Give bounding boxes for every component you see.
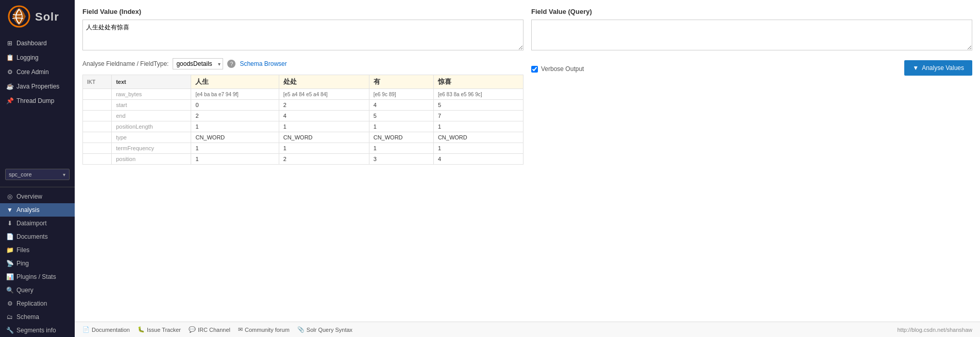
cell-raw-bytes-1: [e5 a4 84 e5 a4 84] (279, 89, 369, 100)
footer-links: 📄 Documentation 🐛 Issue Tracker 💬 IRC Ch… (82, 326, 352, 333)
sidebar-item-label: Analysis (16, 206, 40, 214)
sidebar-item-label: Java Properties (16, 83, 59, 90)
sidebar-item-logging[interactable]: 📋 Logging (0, 50, 75, 65)
sidebar-item-label: Files (16, 246, 29, 254)
col-header-text: text (112, 75, 191, 89)
dashboard-icon: ⊞ (6, 40, 13, 47)
sidebar-item-java-properties[interactable]: ☕ Java Properties (0, 79, 75, 94)
app-name: Solr (35, 10, 59, 24)
issue-tracker-label: Issue Tracker (147, 327, 181, 333)
sidebar-item-thread-dump[interactable]: 📌 Thread Dump (0, 94, 75, 108)
analyse-values-button[interactable]: ▼ Analyse Values (904, 60, 972, 76)
table-row: raw_bytes [e4 ba ba e7 94 9f] [e5 a4 84 … (83, 89, 523, 100)
col-header-ikt: IKT (83, 75, 112, 89)
solr-query-syntax-link[interactable]: 📎 Solr Query Syntax (297, 326, 352, 333)
sidebar-item-schema[interactable]: 🗂 Schema (0, 310, 75, 324)
col-header-you: 有 (369, 75, 433, 89)
cell-type-3: CN_WORD (433, 132, 523, 143)
table-row: termFrequency 1 1 1 1 (83, 143, 523, 154)
sidebar-item-analysis[interactable]: ▼ Analysis (0, 203, 75, 217)
sidebar-item-dashboard[interactable]: ⊞ Dashboard (0, 36, 75, 50)
table-row: type CN_WORD CN_WORD CN_WORD CN_WORD (83, 132, 523, 143)
cell-end-2: 5 (369, 111, 433, 121)
fieldtype-select-wrap: goodsDetails (173, 58, 223, 69)
row-ikt (83, 89, 112, 100)
cell-tf-2: 1 (369, 143, 433, 154)
community-forum-label: Community forum (245, 327, 290, 333)
row-label-term-frequency: termFrequency (112, 143, 191, 154)
irc-channel-icon: 💬 (189, 326, 196, 333)
cell-pos-2: 3 (369, 154, 433, 165)
sidebar-item-query[interactable]: 🔍 Query (0, 283, 75, 297)
col-header-rensheng: 人生 (191, 75, 279, 89)
sidebar-item-replication[interactable]: ⚙ Replication (0, 297, 75, 310)
cell-poslen-0: 1 (191, 121, 279, 132)
sidebar-sub-menu: ◎ Overview ▼ Analysis ⬇ Dataimport 📄 Doc… (0, 190, 75, 337)
sidebar-item-label: Documents (16, 233, 48, 240)
sidebar-item-documents[interactable]: 📄 Documents (0, 230, 75, 243)
sidebar-top-menu: ⊞ Dashboard 📋 Logging ⚙ Core Admin ☕ Jav… (0, 33, 75, 165)
sidebar-item-files[interactable]: 📁 Files (0, 243, 75, 257)
sidebar-item-label: Overview (16, 193, 42, 200)
analysis-table: IKT text 人生 处处 有 惊喜 raw_bytes (82, 75, 523, 165)
logging-icon: 📋 (6, 54, 13, 61)
sidebar-item-label: Thread Dump (16, 97, 54, 104)
sidebar-item-core-admin[interactable]: ⚙ Core Admin (0, 65, 75, 79)
cell-tf-1: 1 (279, 143, 369, 154)
schema-browser-link[interactable]: Schema Browser (240, 60, 286, 67)
cell-pos-1: 2 (279, 154, 369, 165)
analysis-icon: ▼ (6, 206, 13, 214)
replication-icon: ⚙ (6, 300, 13, 307)
documentation-icon: 📄 (82, 326, 90, 333)
cell-raw-bytes-0: [e4 ba ba e7 94 9f] (191, 89, 279, 100)
cell-pos-0: 1 (191, 154, 279, 165)
community-forum-icon: ✉ (238, 326, 243, 333)
sidebar-item-label: Ping (16, 260, 29, 267)
cell-raw-bytes-2: [e6 9c 89] (369, 89, 433, 100)
table-row: positionLength 1 1 1 1 (83, 121, 523, 132)
documentation-link[interactable]: 📄 Documentation (82, 326, 130, 333)
community-forum-link[interactable]: ✉ Community forum (238, 326, 290, 333)
cell-raw-bytes-3: [e6 83 8a e5 96 9c] (433, 89, 523, 100)
sidebar-item-segments-info[interactable]: 🔧 Segments info (0, 324, 75, 337)
cell-poslen-1: 1 (279, 121, 369, 132)
sidebar-item-dataimport[interactable]: ⬇ Dataimport (0, 217, 75, 230)
left-panel: Field Value (Index) 人生处处有惊喜 Analyse Fiel… (82, 8, 523, 314)
fieldname-label: Analyse Fieldname / FieldType: (82, 60, 168, 67)
issue-tracker-icon: 🐛 (138, 326, 145, 333)
row-label-end: end (112, 111, 191, 121)
row-ikt (83, 100, 112, 111)
left-panel-title: Field Value (Index) (82, 8, 523, 15)
sidebar-item-label: Dashboard (16, 40, 47, 47)
right-panel-title: Field Value (Query) (531, 8, 972, 15)
core-selector[interactable]: spc_core (5, 169, 70, 180)
sidebar-item-plugins-stats[interactable]: 📊 Plugins / Stats (0, 270, 75, 283)
analyse-btn-label: Analyse Values (922, 64, 964, 72)
verbose-row: Verbose Output (531, 65, 584, 73)
fieldtype-select[interactable]: goodsDetails (173, 58, 223, 69)
cell-poslen-3: 1 (433, 121, 523, 132)
right-panel: Field Value (Query) Verbose Output ▼ Ana… (531, 8, 972, 314)
help-button[interactable]: ? (227, 60, 235, 68)
cell-tf-0: 1 (191, 143, 279, 154)
row-ikt (83, 143, 112, 154)
col-header-jingxi: 惊喜 (433, 75, 523, 89)
sidebar-item-label: Plugins / Stats (16, 273, 56, 280)
query-icon: 🔍 (6, 287, 13, 294)
table-row: start 0 2 4 5 (83, 100, 523, 111)
sidebar-item-label: Query (16, 287, 33, 294)
sidebar-item-overview[interactable]: ◎ Overview (0, 190, 75, 203)
plugins-stats-icon: 📊 (6, 273, 13, 280)
sidebar-item-ping[interactable]: 📡 Ping (0, 257, 75, 270)
field-value-index-textarea[interactable]: 人生处处有惊喜 (82, 20, 523, 50)
java-properties-icon: ☕ (6, 83, 13, 90)
issue-tracker-link[interactable]: 🐛 Issue Tracker (138, 326, 181, 333)
thread-dump-icon: 📌 (6, 97, 13, 104)
irc-channel-link[interactable]: 💬 IRC Channel (189, 326, 230, 333)
solr-logo-icon (8, 5, 31, 28)
field-value-query-textarea[interactable] (531, 20, 972, 50)
documents-icon: 📄 (6, 233, 13, 240)
schema-icon: 🗂 (6, 313, 13, 321)
verbose-checkbox[interactable] (531, 66, 538, 73)
row-ikt (83, 154, 112, 165)
